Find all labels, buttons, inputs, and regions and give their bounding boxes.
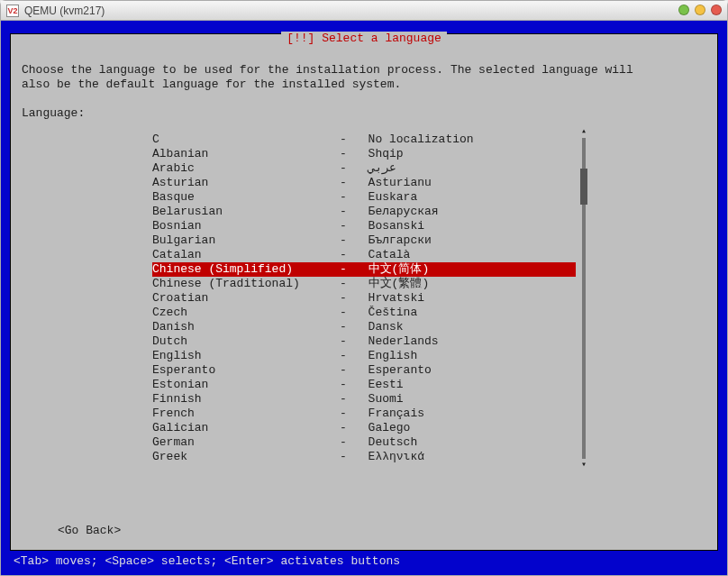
language-item[interactable]: Bulgarian - Български (152, 233, 576, 248)
language-name: Danish (152, 320, 332, 334)
language-name: Dutch (152, 334, 332, 349)
separator: - (332, 320, 354, 334)
scroll-up-icon[interactable]: ▴ (579, 127, 588, 136)
titlebar[interactable]: V2 QEMU (kvm217) (1, 1, 727, 21)
language-native: Suomi (354, 392, 404, 407)
language-item[interactable]: Basque - Euskara (152, 190, 576, 205)
separator: - (332, 421, 354, 435)
language-name: Greek (152, 450, 332, 464)
language-native: عربي (354, 161, 396, 176)
language-item[interactable]: English - English (152, 349, 576, 363)
field-label: Language: (22, 106, 706, 120)
language-native: 中文(繁體) (354, 277, 429, 291)
installer-dialog: [!!] Select a language Choose the langua… (10, 33, 718, 551)
minimize-button[interactable] (695, 5, 705, 15)
language-native: Čeština (354, 306, 417, 320)
language-name: Esperanto (152, 363, 332, 378)
separator: - (332, 306, 354, 320)
separator: - (332, 277, 354, 291)
language-item[interactable]: Albanian - Shqip (152, 147, 576, 161)
language-item[interactable]: Catalan - Català (152, 248, 576, 262)
separator: - (332, 161, 354, 176)
app-icon: V2 (6, 5, 19, 17)
language-name: Belarusian (152, 205, 332, 219)
language-name: Albanian (152, 147, 332, 161)
scroll-thumb[interactable] (580, 169, 587, 205)
language-item[interactable]: Chinese (Simplified) - 中文(简体) (152, 262, 576, 277)
separator: - (332, 363, 354, 378)
language-name: Bulgarian (152, 233, 332, 248)
language-name: Galician (152, 421, 332, 435)
language-native: English (354, 349, 417, 363)
language-item[interactable]: Galician - Galego (152, 421, 576, 435)
language-name: Chinese (Simplified) (152, 262, 332, 277)
language-item[interactable]: Dutch - Nederlands (152, 334, 576, 349)
dialog-title: [!!] Select a language (11, 32, 717, 45)
language-item[interactable]: C - No localization (152, 133, 576, 147)
separator: - (332, 392, 354, 407)
language-item[interactable]: Arabic - عربي (152, 161, 576, 176)
language-native: Asturianu (354, 176, 432, 190)
separator: - (332, 133, 354, 147)
language-native: Esperanto (354, 363, 432, 378)
language-native: 中文(简体) (354, 262, 429, 277)
language-item[interactable]: Bosnian - Bosanski (152, 219, 576, 233)
language-name: Czech (152, 306, 332, 320)
language-name: Finnish (152, 392, 332, 407)
language-native: Hrvatski (354, 291, 424, 306)
language-native: Deutsch (354, 435, 417, 450)
language-native: Eesti (354, 378, 404, 392)
language-item[interactable]: Belarusian - Беларуская (152, 205, 576, 219)
language-item[interactable]: Finnish - Suomi (152, 392, 576, 407)
language-item[interactable]: Esperanto - Esperanto (152, 363, 576, 378)
separator: - (332, 205, 354, 219)
separator: - (332, 435, 354, 450)
separator: - (332, 378, 354, 392)
language-item[interactable]: French - Français (152, 407, 576, 421)
separator: - (332, 450, 354, 464)
zoom-button[interactable] (678, 5, 689, 15)
language-native: Català (354, 248, 410, 262)
vm-screen: [!!] Select a language Choose the langua… (1, 21, 727, 575)
language-native: Galego (354, 421, 410, 435)
language-native: Nederlands (354, 334, 439, 349)
separator: - (332, 233, 354, 248)
language-name: Arabic (152, 161, 332, 176)
window-controls (678, 5, 722, 15)
window-title: QEMU (kvm217) (24, 5, 105, 17)
language-item[interactable]: Greek - Ελληνικά (152, 450, 576, 464)
separator: - (332, 248, 354, 262)
language-name: Estonian (152, 378, 332, 392)
language-item[interactable]: German - Deutsch (152, 435, 576, 450)
language-native: Dansk (354, 320, 404, 334)
language-item[interactable]: Asturian - Asturianu (152, 176, 576, 190)
separator: - (332, 190, 354, 205)
language-name: Bosnian (152, 219, 332, 233)
go-back-button[interactable]: <Go Back> (58, 524, 121, 537)
language-name: English (152, 349, 332, 363)
language-item[interactable]: Chinese (Traditional) - 中文(繁體) (152, 277, 576, 291)
close-button[interactable] (711, 5, 722, 15)
scroll-down-icon[interactable]: ▾ (579, 461, 588, 470)
language-native: Български (354, 233, 432, 248)
dialog-description: Choose the language to be used for the i… (22, 63, 706, 92)
language-native: Беларуская (354, 205, 439, 219)
language-item[interactable]: Estonian - Eesti (152, 378, 576, 392)
separator: - (332, 349, 354, 363)
language-item[interactable]: Danish - Dansk (152, 320, 576, 334)
language-name: C (152, 133, 332, 147)
window: V2 QEMU (kvm217) [!!] Select a language … (0, 0, 728, 576)
language-item[interactable]: Croatian - Hrvatski (152, 291, 576, 306)
language-name: Croatian (152, 291, 332, 306)
language-native: No localization (354, 133, 474, 147)
language-list[interactable]: ▴ ▾ C - No localizationAlbanian - ShqipA… (152, 133, 576, 464)
language-name: Catalan (152, 248, 332, 262)
separator: - (332, 262, 354, 277)
language-native: Français (354, 407, 424, 421)
language-native: Shqip (354, 147, 404, 161)
language-item[interactable]: Czech - Čeština (152, 306, 576, 320)
separator: - (332, 407, 354, 421)
language-native: Ελληνικά (354, 450, 424, 464)
scrollbar[interactable]: ▴ ▾ (579, 133, 588, 464)
separator: - (332, 334, 354, 349)
